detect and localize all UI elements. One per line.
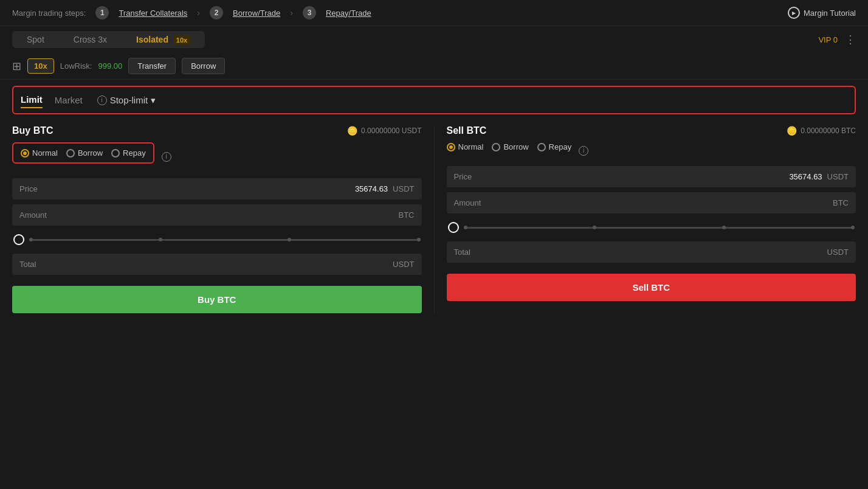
buy-radio-borrow[interactable]: Borrow: [66, 148, 103, 158]
step-2-link[interactable]: Borrow/Trade: [233, 9, 280, 18]
buy-balance: 🪙 0.00000000 USDT: [347, 126, 421, 136]
buy-radio-repay-circle: [111, 149, 120, 158]
sell-track-dot-2: [593, 226, 596, 229]
sell-slider-track[interactable]: [464, 227, 855, 229]
step-1-num: 1: [95, 6, 109, 19]
tab-spot[interactable]: Spot: [12, 31, 59, 48]
panels-wrapper: Buy BTC 🪙 0.00000000 USDT Normal Borrow: [0, 125, 868, 313]
buy-radio-row: Normal Borrow Repay: [12, 142, 154, 164]
lowrisk-value: 999.00: [98, 61, 122, 71]
sell-slider[interactable]: [447, 222, 856, 233]
sell-track-dot-4: [851, 226, 855, 229]
sell-total-right: USDT: [827, 248, 849, 257]
buy-price-currency: USDT: [393, 184, 414, 193]
arrow-1: ›: [197, 8, 200, 18]
sell-radio-normal-circle: [447, 143, 455, 151]
buy-track-dot-3: [288, 238, 291, 241]
buy-total-right: USDT: [393, 260, 414, 269]
sell-trade-header: Sell BTC 🪙 0.00000000 BTC: [447, 125, 856, 136]
sell-price-group[interactable]: Price 35674.63 USDT: [447, 166, 856, 187]
sell-radio-normal[interactable]: Normal: [447, 142, 484, 151]
sell-radio-row: Normal Borrow Repay: [447, 142, 572, 151]
sell-total-group[interactable]: Total USDT: [447, 241, 856, 263]
sell-balance: 🪙 0.00000000 BTC: [787, 126, 856, 136]
buy-amount-right: BTC: [399, 210, 415, 220]
buy-order-info-icon[interactable]: i: [162, 152, 171, 162]
sell-total-label: Total: [454, 248, 470, 257]
sell-track-dot-1: [464, 226, 467, 229]
buy-slider-track[interactable]: [29, 239, 421, 241]
buy-track-dot-1: [29, 238, 33, 241]
tab-isolated[interactable]: Isolated 10x: [122, 31, 205, 48]
buy-total-group[interactable]: Total USDT: [12, 254, 422, 275]
buy-panel: Buy BTC 🪙 0.00000000 USDT Normal Borrow: [12, 125, 422, 313]
stop-limit-button[interactable]: i Stop-limit ▾: [97, 95, 156, 106]
sell-radio-borrow-circle: [492, 143, 500, 151]
buy-trade-header: Buy BTC 🪙 0.00000000 USDT: [12, 125, 422, 136]
buy-radio-repay[interactable]: Repay: [111, 148, 146, 158]
sell-radio-repay[interactable]: Repay: [537, 142, 572, 151]
transfer-button[interactable]: Transfer: [128, 58, 176, 74]
stop-limit-label: Stop-limit: [110, 95, 148, 105]
margin-tutorial[interactable]: ▶ Margin Tutorial: [788, 7, 856, 19]
buy-button[interactable]: Buy BTC: [12, 286, 422, 313]
buy-amount-currency: BTC: [399, 210, 415, 220]
wallet-icon-sell: 🪙: [787, 126, 797, 136]
trading-tabs-row: Spot Cross 3x Isolated 10x VIP 0 ⋮: [0, 26, 868, 53]
sell-amount-right: BTC: [833, 198, 849, 207]
sell-panel: Sell BTC 🪙 0.00000000 BTC Normal Borrow: [434, 125, 856, 313]
buy-title: Buy BTC: [12, 125, 53, 136]
buy-radio-normal[interactable]: Normal: [21, 148, 58, 158]
wallet-icon-buy: 🪙: [347, 126, 357, 136]
sell-price-currency: USDT: [827, 172, 849, 181]
stop-limit-info-icon: i: [97, 95, 107, 105]
tutorial-label: Margin Tutorial: [804, 9, 856, 18]
step-3-link[interactable]: Repay/Trade: [326, 9, 371, 18]
step-2-num: 2: [210, 6, 223, 19]
stop-limit-arrow-icon: ▾: [151, 95, 156, 106]
sell-radio-repay-circle: [537, 143, 546, 151]
buy-amount-label: Amount: [19, 210, 47, 220]
tab-market[interactable]: Market: [55, 92, 83, 108]
sell-button[interactable]: Sell BTC: [447, 274, 856, 301]
buy-total-label: Total: [19, 260, 36, 269]
more-options-icon[interactable]: ⋮: [845, 33, 856, 46]
tab-cross[interactable]: Cross 3x: [59, 31, 122, 48]
order-type-section: Limit Market i Stop-limit ▾: [0, 80, 868, 125]
vip-area: VIP 0 ⋮: [818, 33, 856, 46]
sell-radio-borrow[interactable]: Borrow: [492, 142, 528, 151]
buy-slider-handle[interactable]: [13, 234, 24, 245]
borrow-button[interactable]: Borrow: [182, 58, 225, 74]
buy-slider-dots: [29, 238, 421, 241]
controls-row: ⊞ 10x LowRisk: 999.00 Transfer Borrow: [0, 53, 868, 80]
buy-track-dot-4: [417, 238, 421, 241]
sell-amount-currency: BTC: [833, 198, 849, 207]
lowrisk-label: LowRisk:: [60, 61, 92, 71]
sell-slider-handle[interactable]: [448, 222, 459, 233]
vip-label: VIP 0: [818, 35, 838, 44]
buy-price-group[interactable]: Price 35674.63 USDT: [12, 178, 422, 199]
tab-limit[interactable]: Limit: [21, 92, 43, 108]
buy-amount-group[interactable]: Amount BTC: [12, 204, 422, 226]
isolated-badge: 10x: [173, 35, 190, 45]
sell-price-value: 35674.63: [789, 172, 822, 181]
sell-radio-area: Normal Borrow Repay i: [447, 142, 856, 159]
sell-balance-value: 0.00000000 BTC: [801, 127, 856, 135]
top-bar: Margin trading steps: 1 Transfer Collate…: [0, 0, 868, 26]
buy-track-dot-2: [159, 238, 162, 241]
sell-title: Sell BTC: [447, 125, 487, 136]
buy-radio-borrow-circle: [66, 149, 75, 158]
buy-price-value: 35674.63: [355, 184, 388, 193]
sell-order-info-icon[interactable]: i: [579, 146, 588, 156]
step-1-link[interactable]: Transfer Collaterals: [119, 9, 187, 18]
arrow-2: ›: [290, 8, 293, 18]
buy-price-right: 35674.63 USDT: [355, 184, 415, 193]
buy-slider[interactable]: [12, 234, 422, 245]
margin-steps-label: Margin trading steps:: [12, 9, 86, 18]
calculator-icon[interactable]: ⊞: [12, 60, 21, 73]
sell-price-label: Price: [454, 172, 472, 181]
order-type-row: Limit Market i Stop-limit ▾: [12, 86, 856, 114]
sell-amount-group[interactable]: Amount BTC: [447, 192, 856, 213]
buy-price-label: Price: [19, 184, 38, 193]
leverage-button[interactable]: 10x: [27, 58, 54, 74]
